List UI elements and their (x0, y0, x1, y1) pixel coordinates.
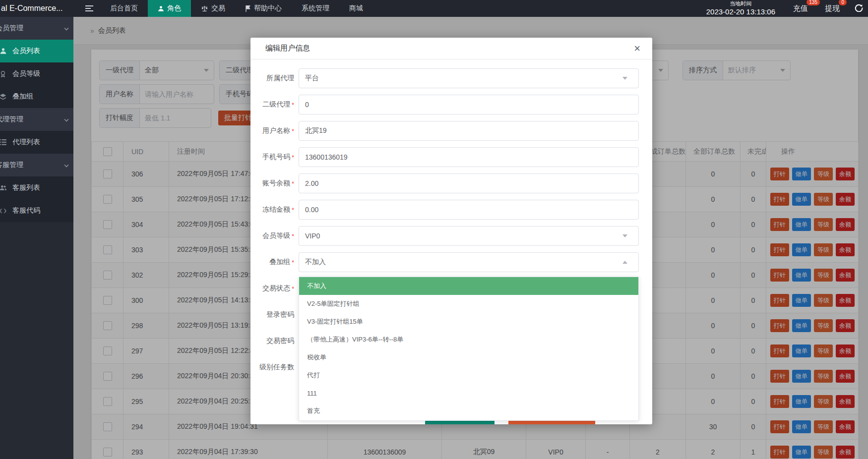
modal-title: 编辑用户信息 (265, 44, 310, 53)
sidebar-item-member-list[interactable]: 会员列表 (0, 40, 73, 62)
edit-user-modal: 编辑用户信息 × 所属代理 平台 二级代理* 0 用户名称* 北冥19 手机号码… (250, 38, 652, 424)
members-icon (0, 48, 8, 55)
sidebar-item-stack-group[interactable]: 叠加组 (0, 85, 73, 108)
dropdown-option[interactable]: V3-固定打针组15单 (299, 313, 638, 331)
chevron-up-icon (622, 261, 627, 264)
dropdown-option[interactable]: （带他上高速）VIP3-6单--转--8单 (299, 331, 638, 348)
dropdown-option[interactable]: 首充 (299, 402, 638, 420)
close-icon[interactable]: × (634, 43, 640, 54)
sidebar-item-service-code[interactable]: 客服代码 (0, 199, 73, 222)
sidebar-item-agent-list[interactable]: 代理列表 (0, 131, 73, 154)
withdraw-badge: 0 (839, 0, 847, 5)
chevron-down-icon (64, 163, 68, 167)
tab-roles[interactable]: 角色 (148, 0, 191, 17)
code-icon (0, 208, 8, 214)
agent-select[interactable]: 平台 (299, 68, 639, 88)
sidebar-item-service-list[interactable]: 客服列表 (0, 176, 73, 199)
hamburger-icon (85, 5, 93, 11)
chevron-down-icon (622, 234, 627, 237)
person-icon (158, 5, 164, 12)
recharge-button[interactable]: 充值 135 (793, 4, 808, 13)
tab-trade[interactable]: 交易 (191, 0, 235, 17)
stack-group-dropdown: 不加入 V2-5单固定打针组 V3-固定打针组15单 （带他上高速）VIP3-6… (299, 277, 639, 421)
dropdown-option[interactable]: 代打 (299, 366, 638, 384)
agent2-field[interactable]: 0 (299, 95, 639, 115)
sidebar-group-member[interactable]: 会员管理 (0, 17, 73, 40)
phone-field[interactable]: 13600136019 (299, 147, 639, 167)
list-icon (0, 139, 8, 145)
chevron-down-icon (622, 77, 627, 80)
sidebar-item-member-level[interactable]: 会员等级 (0, 62, 73, 85)
sidebar-group-agent[interactable]: 代理管理 (0, 108, 73, 131)
scales-icon (201, 5, 208, 12)
navbar-right: 当地时间 2023-02-20 13:13:06 充值 135 提现 0 (706, 0, 868, 17)
dropdown-option[interactable]: 111 (299, 384, 638, 402)
tab-system[interactable]: 系统管理 (292, 0, 339, 17)
withdraw-button[interactable]: 提现 0 (825, 4, 840, 13)
tab-dashboard[interactable]: 后台首页 (100, 0, 148, 17)
stack-group-select[interactable]: 不加入 (299, 252, 639, 272)
tab-mall[interactable]: 商城 (339, 0, 373, 17)
dropdown-option[interactable]: 税收单 (299, 348, 638, 366)
dropdown-option[interactable]: 不加入 (299, 277, 638, 295)
dropdown-option[interactable]: V2-5单固定打针组 (299, 295, 638, 313)
layers-icon (0, 93, 8, 100)
sidebar-group-service[interactable]: 客服管理 (0, 154, 73, 176)
flag-icon (245, 5, 251, 12)
chevron-down-icon (64, 117, 68, 121)
frozen-field[interactable]: 0.00 (299, 200, 639, 220)
level-icon (0, 70, 8, 77)
top-navbar: al E-Commerce... 后台首页 角色 交易 帮助中心 系统管理 商城… (0, 0, 868, 17)
level-select[interactable]: VIP0 (299, 226, 639, 246)
app-logo: al E-Commerce... (0, 0, 78, 17)
tab-help-center[interactable]: 帮助中心 (235, 0, 292, 17)
menu-toggle-button[interactable] (78, 0, 100, 17)
balance-field[interactable]: 2.00 (299, 173, 639, 193)
recharge-badge: 135 (806, 0, 820, 5)
chevron-down-icon (64, 26, 68, 30)
username-field[interactable]: 北冥19 (299, 121, 639, 141)
sidebar: 会员管理 会员列表 会员等级 叠加组 代理管理 代理列表 客服管理 客服列表 客… (0, 17, 73, 459)
refresh-button[interactable] (855, 3, 863, 14)
person-icon (0, 184, 8, 191)
local-time: 当地时间 2023-02-20 13:13:06 (706, 0, 775, 17)
refresh-icon (855, 3, 863, 14)
